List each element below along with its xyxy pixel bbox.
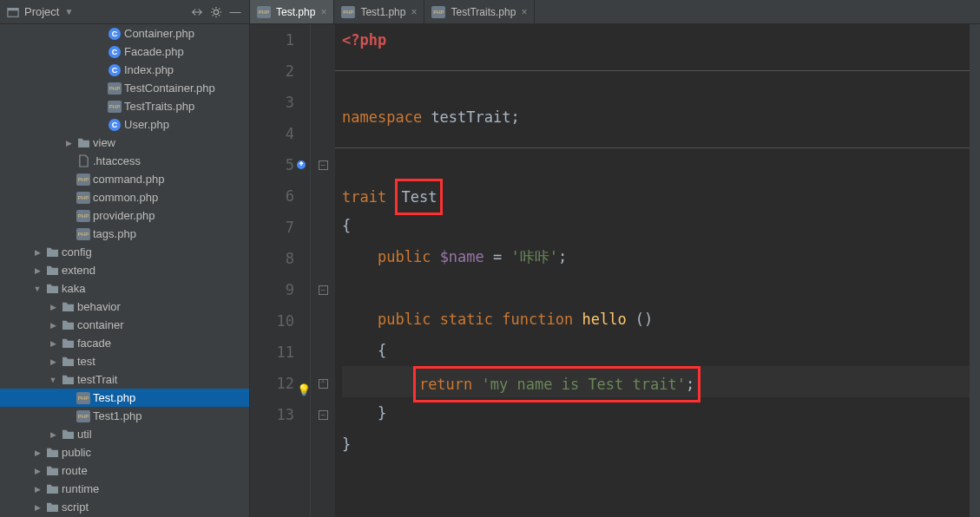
folder-icon (61, 300, 75, 314)
tree-item[interactable]: common.php (0, 188, 249, 206)
tree-label: runtime (62, 482, 99, 495)
tree-label: TestContainer.php (124, 82, 215, 95)
php-icon (76, 409, 90, 423)
tree-item[interactable]: ▶util (0, 425, 249, 443)
close-icon[interactable]: × (521, 6, 527, 18)
vertical-scrollbar[interactable] (970, 24, 980, 517)
class-icon: C (108, 45, 122, 59)
project-icon (7, 6, 19, 18)
tree-item[interactable]: ▼testTrait (0, 370, 249, 389)
folder-icon (61, 318, 75, 332)
tree-arrow-icon[interactable]: ▶ (48, 321, 58, 330)
tree-label: view (93, 136, 115, 149)
tree-item[interactable]: ▶config (0, 243, 249, 261)
php-icon (108, 82, 122, 95)
tree-arrow-icon[interactable]: ▶ (48, 357, 58, 366)
tree-arrow-icon[interactable]: ▼ (48, 376, 58, 384)
tree-item[interactable]: ▶extend (0, 261, 249, 279)
folder-icon (61, 428, 75, 442)
tree-item[interactable]: ▶public (0, 443, 249, 461)
tree-arrow-icon[interactable]: ▶ (32, 485, 43, 494)
tree-item[interactable]: TestContainer.php (0, 79, 249, 97)
project-tree[interactable]: CContainer.phpCFacade.phpCIndex.phpTestC… (0, 24, 250, 517)
svg-rect-1 (8, 8, 18, 10)
tree-item[interactable]: CContainer.php (0, 24, 249, 43)
fold-end-icon[interactable]: ⌃ (319, 379, 328, 389)
folder-icon (45, 482, 59, 496)
folder-icon (61, 337, 75, 350)
tab-label: TestTraits.php (451, 6, 516, 18)
tree-item[interactable]: .htaccess (0, 152, 249, 170)
close-icon[interactable]: × (320, 6, 326, 18)
tree-label: script (62, 501, 89, 514)
tree-item[interactable]: CIndex.php (0, 61, 249, 79)
tree-label: Index.php (124, 63, 174, 76)
tree-item[interactable]: tags.php (0, 225, 249, 243)
php-icon (76, 391, 90, 405)
class-icon: C (108, 118, 122, 132)
hide-icon[interactable]: — (228, 5, 242, 19)
editor-tab[interactable]: TestTraits.php× (424, 0, 535, 23)
code-area[interactable]: <?php namespace testTrait; trait Test { … (335, 24, 970, 517)
tree-label: container (77, 318, 123, 331)
php-icon (108, 100, 122, 114)
top-bar: Project ▼ — Test.php×Test1.php×TestTrait… (0, 0, 980, 24)
tree-arrow-icon[interactable]: ▶ (32, 503, 43, 512)
folder-icon (45, 464, 59, 478)
collapse-icon[interactable] (190, 5, 204, 19)
tree-item[interactable]: ▶script (0, 498, 249, 516)
tree-item[interactable]: CFacade.php (0, 43, 249, 61)
tree-arrow-icon[interactable]: ▼ (32, 285, 43, 293)
tree-item[interactable]: ▶route (0, 461, 249, 480)
editor-tab[interactable]: Test.php× (250, 0, 334, 23)
tree-item[interactable]: ▶test (0, 352, 249, 370)
folder-icon (45, 282, 59, 296)
editor[interactable]: 12345678910111213 − − ⌃ − (250, 24, 980, 517)
tab-label: Test.php (276, 6, 315, 18)
tree-label: public (62, 446, 91, 459)
tree-item[interactable]: ▶facade (0, 334, 249, 352)
tree-arrow-icon[interactable]: ▶ (32, 467, 43, 475)
tree-arrow-icon[interactable]: ▶ (48, 303, 58, 311)
project-tool-header[interactable]: Project ▼ — (0, 0, 250, 23)
tree-label: Test.php (93, 391, 135, 404)
fold-icon[interactable]: − (319, 160, 328, 170)
tree-label: kaka (62, 282, 85, 295)
tree-item[interactable]: ▶container (0, 316, 249, 334)
tree-arrow-icon[interactable]: ▶ (48, 339, 58, 348)
tree-item[interactable]: Test.php (0, 389, 249, 407)
tree-arrow-icon[interactable]: ▶ (32, 248, 43, 257)
tree-item[interactable]: TestTraits.php (0, 97, 249, 115)
tree-item[interactable]: command.php (0, 170, 249, 188)
editor-tab[interactable]: Test1.php× (334, 0, 424, 23)
tree-label: User.php (124, 118, 169, 131)
tree-arrow-icon[interactable]: ▶ (48, 430, 58, 439)
php-open-tag: <?php (342, 31, 386, 49)
folder-icon (45, 264, 59, 278)
tree-label: command.php (93, 173, 164, 186)
folder-icon (45, 446, 59, 460)
tree-item[interactable]: ▶runtime (0, 480, 249, 498)
tree-label: .htaccess (93, 154, 141, 167)
tab-label: Test1.php (360, 6, 405, 18)
close-icon[interactable]: × (411, 6, 417, 18)
bulb-icon[interactable]: 💡 (297, 375, 311, 406)
tree-arrow-icon[interactable]: ▶ (32, 266, 43, 275)
gear-icon[interactable] (209, 5, 223, 19)
tree-item[interactable]: Test1.php (0, 407, 249, 425)
tree-label: Test1.php (93, 409, 141, 422)
fold-icon[interactable]: − (319, 285, 328, 295)
tree-label: provider.php (93, 209, 155, 222)
tree-item[interactable]: ▼kaka (0, 279, 249, 298)
tree-arrow-icon[interactable]: ▶ (63, 139, 74, 147)
tree-label: behavior (77, 300, 121, 313)
tree-item[interactable]: ▶view (0, 134, 249, 152)
php-icon (76, 173, 90, 187)
tree-label: TestTraits.php (124, 100, 194, 113)
tree-label: testTrait (77, 373, 117, 386)
tree-arrow-icon[interactable]: ▶ (32, 448, 43, 457)
tree-item[interactable]: provider.php (0, 206, 249, 225)
tree-item[interactable]: ▶behavior (0, 298, 249, 316)
fold-end-icon[interactable]: − (319, 410, 328, 420)
tree-item[interactable]: CUser.php (0, 115, 249, 134)
